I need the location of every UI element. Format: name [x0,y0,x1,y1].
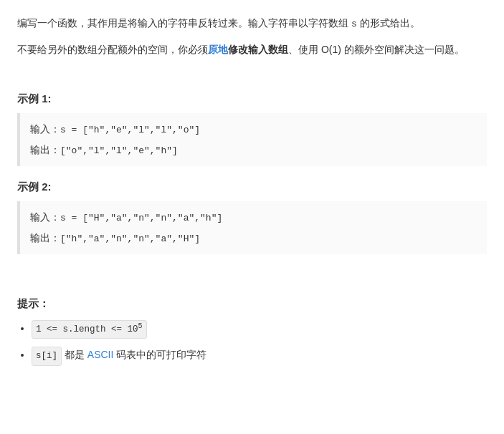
ascii-link[interactable]: ASCII [87,349,114,360]
example-2-block: 输入：s = ["H","a","n","n","a","h"] 输出：["h"… [17,201,487,254]
input-value-2: s = ["H","a","n","n","a","h"] [60,213,222,223]
input-label: 输入： [30,123,60,135]
output-label-2: 输出： [30,232,60,243]
hint-2-mid: 都是 [65,349,87,360]
example-2-input: 输入：s = ["H","a","n","n","a","h"] [30,207,477,228]
desc-text-1: 编写一个函数，其作用是将输入的字符串反转过来。输入字符串以字符数组 [17,17,351,29]
example-1-input: 输入：s = ["h","e","l","l","o"] [30,119,477,140]
desc-text-2-pre: 不要给另外的数组分配额外的空间，你必须 [17,44,208,55]
hint-item-1: 1 <= s.length <= 105 [32,319,487,339]
hints-title: 提示： [17,297,487,311]
problem-description: 编写一个函数，其作用是将输入的字符串反转过来。输入字符串以字符数组 s 的形式给… [17,14,487,366]
hints-section: 提示： 1 <= s.length <= 105 s[i] 都是 ASCII 码… [17,297,487,366]
hint-1-superscript: 5 [138,322,143,329]
example-2-output: 输出：["h","a","n","n","a","H"] [30,228,477,249]
output-value-2: ["h","a","n","n","a","H"] [60,233,200,244]
input-label-2: 输入： [30,211,60,223]
desc-code-s: s [351,19,357,29]
hint-item-2: s[i] 都是 ASCII 码表中的可打印字符 [32,346,487,366]
desc-highlight-inplace: 原地 [208,44,228,55]
hint-2-post: 码表中的可打印字符 [113,349,206,360]
hints-list: 1 <= s.length <= 105 s[i] 都是 ASCII 码表中的可… [17,319,487,366]
example-1-section: 示例 1: 输入：s = ["h","e","l","l","o"] 输出：["… [17,92,487,166]
input-value-1: s = ["h","e","l","l","o"] [60,125,200,135]
example-1-block: 输入：s = ["h","e","l","l","o"] 输出：["o","l"… [17,113,487,166]
desc-text-2-mid: 、使用 O(1) 的额外空间解决这一问题。 [288,44,465,55]
desc-highlight-modify: 修改输入数组 [228,44,288,55]
output-label: 输出： [30,144,60,155]
example-2-title: 示例 2: [17,180,487,194]
hint-2-code: s[i] [32,347,62,366]
description-paragraph-1: 编写一个函数，其作用是将输入的字符串反转过来。输入字符串以字符数组 s 的形式给… [17,14,487,59]
desc-text-1-end: 的形式给出。 [357,17,420,29]
output-value-1: ["o","l","l","e","h"] [60,145,178,156]
example-1-title: 示例 1: [17,92,487,106]
hint-1-code: 1 <= s.length <= 105 [32,320,147,339]
example-1-output: 输出：["o","l","l","e","h"] [30,140,477,160]
example-2-section: 示例 2: 输入：s = ["H","a","n","n","a","h"] 输… [17,180,487,254]
